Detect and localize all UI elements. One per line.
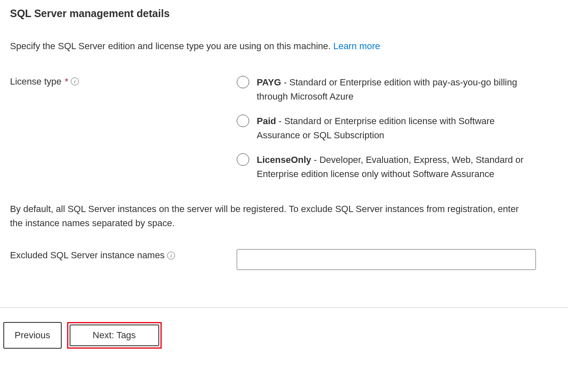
radio-payg-text: PAYG - Standard or Enterprise edition wi… bbox=[257, 75, 537, 104]
intro-text: Specify the SQL Server edition and licen… bbox=[10, 40, 558, 52]
radio-paid[interactable] bbox=[237, 115, 249, 127]
license-type-label: License type bbox=[10, 76, 62, 87]
radio-paid-desc: - Standard or Enterprise edition license… bbox=[257, 116, 495, 140]
exclude-label-col: Excluded SQL Server instance names i bbox=[10, 249, 237, 261]
learn-more-link[interactable]: Learn more bbox=[333, 41, 380, 51]
excluded-instances-input[interactable] bbox=[237, 249, 536, 270]
exclude-label: Excluded SQL Server instance names bbox=[10, 250, 165, 261]
footer-buttons: Previous Next: Tags bbox=[0, 308, 568, 365]
exclude-input-col bbox=[237, 249, 558, 270]
info-icon[interactable]: i bbox=[167, 252, 175, 260]
license-type-label-col: License type * i bbox=[10, 75, 237, 87]
radio-payg-name: PAYG bbox=[257, 77, 281, 87]
intro-description: Specify the SQL Server edition and licen… bbox=[10, 41, 333, 51]
previous-button[interactable]: Previous bbox=[3, 322, 62, 349]
radio-licenseonly[interactable] bbox=[237, 153, 249, 166]
exclude-help-text: By default, all SQL Server instances on … bbox=[10, 202, 558, 230]
radio-option-paid: Paid - Standard or Enterprise edition li… bbox=[237, 114, 537, 142]
radio-licenseonly-name: LicenseOnly bbox=[257, 155, 311, 165]
radio-paid-name: Paid bbox=[257, 116, 276, 126]
license-type-options: PAYG - Standard or Enterprise edition wi… bbox=[237, 75, 558, 182]
radio-payg[interactable] bbox=[237, 76, 249, 88]
radio-licenseonly-text: LicenseOnly - Developer, Evaluation, Exp… bbox=[257, 153, 537, 181]
exclude-row: Excluded SQL Server instance names i bbox=[10, 249, 558, 270]
info-icon[interactable]: i bbox=[71, 77, 79, 85]
radio-option-licenseonly: LicenseOnly - Developer, Evaluation, Exp… bbox=[237, 153, 537, 181]
radio-option-payg: PAYG - Standard or Enterprise edition wi… bbox=[237, 75, 537, 104]
next-tags-button[interactable]: Next: Tags bbox=[70, 325, 159, 346]
section-title: SQL Server management details bbox=[10, 7, 558, 20]
required-asterisk: * bbox=[65, 76, 69, 87]
radio-payg-desc: - Standard or Enterprise edition with pa… bbox=[257, 77, 517, 102]
radio-paid-text: Paid - Standard or Enterprise edition li… bbox=[257, 114, 537, 142]
license-type-row: License type * i PAYG - Standard or Ente… bbox=[10, 75, 558, 182]
next-button-highlight: Next: Tags bbox=[67, 322, 162, 349]
